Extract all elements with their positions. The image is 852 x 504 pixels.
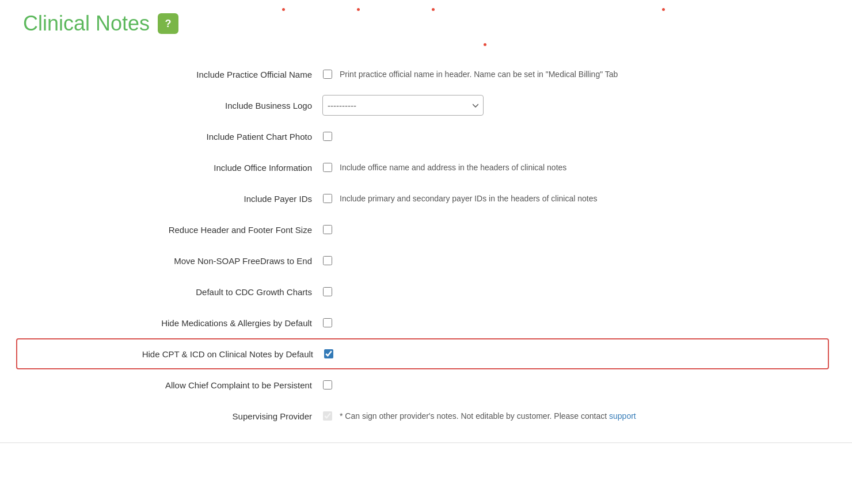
checkbox-wrapper xyxy=(322,193,333,204)
include-payer-ids-checkbox[interactable] xyxy=(323,194,332,203)
setting-reduce-header-footer: Reduce Header and Footer Font Size xyxy=(23,214,829,245)
control-col xyxy=(322,224,333,235)
checkbox-wrapper xyxy=(322,224,333,235)
control-col: Include office name and address in the h… xyxy=(322,162,566,173)
hide-medications-allergies-checkbox[interactable] xyxy=(323,318,332,327)
reduce-header-footer-checkbox[interactable] xyxy=(323,225,332,234)
checkbox-wrapper xyxy=(322,69,333,79)
setting-allow-chief-complaint: Allow Chief Complaint to be Persistent xyxy=(23,369,829,400)
checkbox-wrapper xyxy=(322,255,333,266)
control-col xyxy=(322,131,333,142)
setting-label-supervising-provider: Supervising Provider xyxy=(23,410,322,422)
allow-chief-complaint-checkbox[interactable] xyxy=(323,380,332,390)
include-payer-ids-description: Include primary and secondary payer IDs … xyxy=(340,194,597,203)
settings-table: Include Practice Official Name Print pra… xyxy=(23,59,829,432)
cdc-growth-charts-checkbox[interactable] xyxy=(323,287,332,296)
include-patient-chart-photo-checkbox[interactable] xyxy=(323,132,332,141)
help-button[interactable]: ? xyxy=(158,13,178,34)
supervising-provider-checkbox xyxy=(323,411,332,421)
setting-hide-cpt-icd: Hide CPT & ICD on Clinical Notes by Defa… xyxy=(16,338,829,369)
setting-include-office-information: Include Office Information Include offic… xyxy=(23,152,829,183)
setting-include-practice-official-name: Include Practice Official Name Print pra… xyxy=(23,59,829,90)
control-col: * Can sign other provider's notes. Not e… xyxy=(322,411,636,421)
setting-move-non-soap: Move Non-SOAP FreeDraws to End xyxy=(23,245,829,276)
supervising-provider-description: * Can sign other provider's notes. Not e… xyxy=(340,411,636,421)
control-col: ---------- xyxy=(322,95,484,116)
setting-label-cdc-growth-charts: Default to CDC Growth Charts xyxy=(23,286,322,298)
control-col xyxy=(322,318,333,328)
control-col xyxy=(322,255,333,266)
checkbox-wrapper xyxy=(322,162,333,173)
checkbox-wrapper xyxy=(322,411,333,421)
checkbox-wrapper xyxy=(324,349,334,359)
checkbox-wrapper xyxy=(322,318,333,328)
setting-cdc-growth-charts: Default to CDC Growth Charts xyxy=(23,276,829,307)
setting-label-include-practice-official-name: Include Practice Official Name xyxy=(23,68,322,81)
setting-label-hide-medications-allergies: Hide Medications & Allergies by Default xyxy=(23,317,322,329)
setting-hide-medications-allergies: Hide Medications & Allergies by Default xyxy=(23,307,829,338)
include-practice-official-name-description: Print practice official name in header. … xyxy=(340,70,618,79)
support-link[interactable]: support xyxy=(609,411,636,421)
setting-label-include-office-information: Include Office Information xyxy=(23,162,322,174)
include-business-logo-select[interactable]: ---------- xyxy=(322,95,484,116)
setting-label-move-non-soap: Move Non-SOAP FreeDraws to End xyxy=(23,255,322,267)
setting-label-allow-chief-complaint: Allow Chief Complaint to be Persistent xyxy=(23,379,322,391)
checkbox-wrapper xyxy=(322,380,333,390)
header-area: Clinical Notes ? xyxy=(23,12,829,36)
setting-label-include-payer-ids: Include Payer IDs xyxy=(23,193,322,205)
setting-supervising-provider: Supervising Provider * Can sign other pr… xyxy=(23,400,829,432)
setting-label-include-patient-chart-photo: Include Patient Chart Photo xyxy=(23,131,322,143)
setting-label-include-business-logo: Include Business Logo xyxy=(23,100,322,112)
setting-label-reduce-header-footer: Reduce Header and Footer Font Size xyxy=(23,224,322,236)
setting-include-patient-chart-photo: Include Patient Chart Photo xyxy=(23,121,829,152)
setting-include-payer-ids: Include Payer IDs Include primary and se… xyxy=(23,183,829,214)
include-office-information-checkbox[interactable] xyxy=(323,163,332,172)
checkbox-wrapper xyxy=(322,131,333,142)
setting-label-hide-cpt-icd: Hide CPT & ICD on Clinical Notes by Defa… xyxy=(24,348,324,360)
page-container: Clinical Notes ? Include Practice Offici… xyxy=(0,0,852,443)
move-non-soap-checkbox[interactable] xyxy=(323,256,332,265)
decorative-dot xyxy=(282,8,285,11)
decorative-dot xyxy=(484,43,486,46)
control-col xyxy=(322,380,333,390)
decorative-dot xyxy=(432,8,435,11)
bottom-border xyxy=(0,442,852,443)
control-col: Print practice official name in header. … xyxy=(322,69,618,79)
decorative-dot xyxy=(357,8,360,11)
control-col xyxy=(324,349,334,359)
decorative-dot xyxy=(662,8,665,11)
include-office-information-description: Include office name and address in the h… xyxy=(340,163,566,172)
control-col xyxy=(322,287,333,297)
page-title: Clinical Notes xyxy=(23,12,150,36)
setting-include-business-logo: Include Business Logo ---------- xyxy=(23,90,829,121)
include-practice-official-name-checkbox[interactable] xyxy=(323,70,332,79)
hide-cpt-icd-checkbox[interactable] xyxy=(324,349,333,358)
checkbox-wrapper xyxy=(322,287,333,297)
control-col: Include primary and secondary payer IDs … xyxy=(322,193,597,204)
